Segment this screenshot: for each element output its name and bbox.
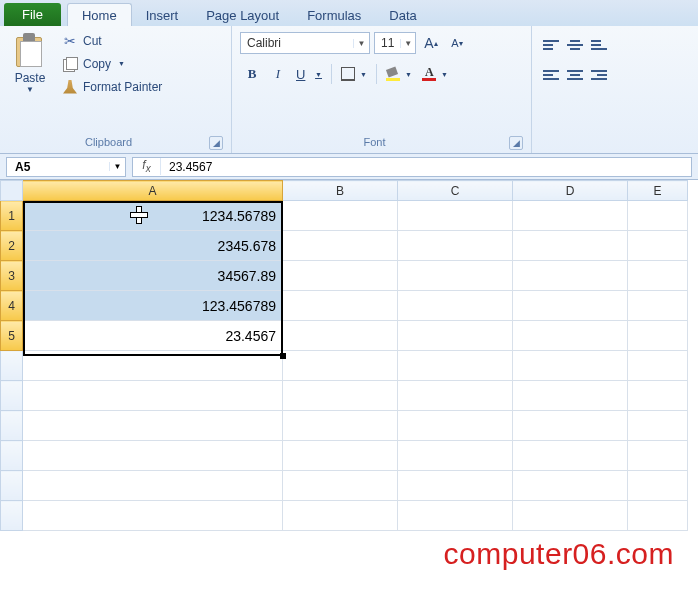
cell[interactable] bbox=[23, 411, 283, 441]
tab-home[interactable]: Home bbox=[67, 3, 132, 26]
cell-a1[interactable]: 1234.56789 bbox=[23, 201, 283, 231]
row-header-2[interactable]: 2 bbox=[1, 231, 23, 261]
row-header-6[interactable] bbox=[1, 351, 23, 381]
fill-color-button[interactable]: ▼ bbox=[382, 62, 416, 86]
font-color-button[interactable]: A▼ bbox=[418, 62, 452, 86]
font-launcher-icon[interactable]: ◢ bbox=[509, 136, 523, 150]
border-button[interactable]: ▼ bbox=[337, 62, 371, 86]
cell[interactable] bbox=[23, 501, 283, 531]
cell[interactable] bbox=[513, 501, 628, 531]
cell[interactable] bbox=[283, 351, 398, 381]
formula-input[interactable]: fx 23.4567 bbox=[132, 157, 692, 177]
cell-c1[interactable] bbox=[398, 201, 513, 231]
grow-font-button[interactable]: A▴ bbox=[420, 32, 442, 54]
name-box[interactable]: A5 ▼ bbox=[6, 157, 126, 177]
row-header-8[interactable] bbox=[1, 411, 23, 441]
row-header-9[interactable] bbox=[1, 441, 23, 471]
font-name-combo[interactable]: Calibri ▼ bbox=[240, 32, 370, 54]
cell[interactable] bbox=[628, 381, 688, 411]
column-header-b[interactable]: B bbox=[283, 181, 398, 201]
cell-b4[interactable] bbox=[283, 291, 398, 321]
cell[interactable] bbox=[628, 441, 688, 471]
column-header-c[interactable]: C bbox=[398, 181, 513, 201]
cell[interactable] bbox=[513, 351, 628, 381]
cell[interactable] bbox=[398, 351, 513, 381]
tab-formulas[interactable]: Formulas bbox=[293, 4, 375, 26]
cell-c4[interactable] bbox=[398, 291, 513, 321]
underline-button[interactable]: U▼ bbox=[292, 62, 326, 86]
bold-button[interactable]: B bbox=[240, 62, 264, 86]
select-all-corner[interactable] bbox=[1, 181, 23, 201]
cell-a2[interactable]: 2345.678 bbox=[23, 231, 283, 261]
cell[interactable] bbox=[628, 351, 688, 381]
cell[interactable] bbox=[283, 471, 398, 501]
worksheet-grid[interactable]: A B C D E 1 1234.56789 2 2345.678 3 3456… bbox=[0, 180, 698, 531]
cell[interactable] bbox=[23, 471, 283, 501]
clipboard-launcher-icon[interactable]: ◢ bbox=[209, 136, 223, 150]
cell-c3[interactable] bbox=[398, 261, 513, 291]
cell[interactable] bbox=[398, 501, 513, 531]
cell[interactable] bbox=[283, 501, 398, 531]
cell[interactable] bbox=[513, 381, 628, 411]
cell[interactable] bbox=[628, 471, 688, 501]
cell-d5[interactable] bbox=[513, 321, 628, 351]
align-top-button[interactable] bbox=[540, 34, 562, 56]
cell[interactable] bbox=[283, 441, 398, 471]
column-header-d[interactable]: D bbox=[513, 181, 628, 201]
cell[interactable] bbox=[23, 441, 283, 471]
row-header-10[interactable] bbox=[1, 471, 23, 501]
cell[interactable] bbox=[23, 381, 283, 411]
column-header-a[interactable]: A bbox=[23, 181, 283, 201]
row-header-5[interactable]: 5 bbox=[1, 321, 23, 351]
align-middle-button[interactable] bbox=[564, 34, 586, 56]
shrink-font-button[interactable]: A▾ bbox=[446, 32, 468, 54]
copy-button[interactable]: Copy ▼ bbox=[58, 54, 166, 74]
cell[interactable] bbox=[283, 411, 398, 441]
paste-dropdown-icon[interactable]: ▼ bbox=[26, 85, 34, 94]
italic-button[interactable]: I bbox=[266, 62, 290, 86]
paste-button[interactable]: Paste ▼ bbox=[8, 30, 52, 97]
cell[interactable] bbox=[398, 381, 513, 411]
column-header-e[interactable]: E bbox=[628, 181, 688, 201]
cell[interactable] bbox=[398, 471, 513, 501]
cell-b3[interactable] bbox=[283, 261, 398, 291]
cell-c2[interactable] bbox=[398, 231, 513, 261]
cell-d1[interactable] bbox=[513, 201, 628, 231]
align-center-button[interactable] bbox=[564, 64, 586, 86]
cell[interactable] bbox=[513, 411, 628, 441]
cell-a3[interactable]: 34567.89 bbox=[23, 261, 283, 291]
cell-d3[interactable] bbox=[513, 261, 628, 291]
cell[interactable] bbox=[513, 441, 628, 471]
cell-e1[interactable] bbox=[628, 201, 688, 231]
tab-data[interactable]: Data bbox=[375, 4, 430, 26]
cell-e5[interactable] bbox=[628, 321, 688, 351]
tab-insert[interactable]: Insert bbox=[132, 4, 193, 26]
fill-handle[interactable] bbox=[280, 353, 286, 359]
row-header-3[interactable]: 3 bbox=[1, 261, 23, 291]
row-header-4[interactable]: 4 bbox=[1, 291, 23, 321]
align-bottom-button[interactable] bbox=[588, 34, 610, 56]
cell-d4[interactable] bbox=[513, 291, 628, 321]
cell-a4[interactable]: 123.456789 bbox=[23, 291, 283, 321]
cell-d2[interactable] bbox=[513, 231, 628, 261]
cell[interactable] bbox=[513, 471, 628, 501]
row-header-11[interactable] bbox=[1, 501, 23, 531]
cell[interactable] bbox=[398, 441, 513, 471]
cell[interactable] bbox=[628, 411, 688, 441]
cell-e2[interactable] bbox=[628, 231, 688, 261]
cell[interactable] bbox=[628, 501, 688, 531]
cell[interactable] bbox=[283, 381, 398, 411]
cell[interactable] bbox=[23, 351, 283, 381]
cell-a5[interactable]: 23.4567 bbox=[23, 321, 283, 351]
tab-file[interactable]: File bbox=[4, 3, 61, 26]
cell[interactable] bbox=[398, 411, 513, 441]
align-left-button[interactable] bbox=[540, 64, 562, 86]
format-painter-button[interactable]: Format Painter bbox=[58, 77, 166, 97]
row-header-1[interactable]: 1 bbox=[1, 201, 23, 231]
row-header-7[interactable] bbox=[1, 381, 23, 411]
cut-button[interactable]: ✂ Cut bbox=[58, 31, 166, 51]
cell-c5[interactable] bbox=[398, 321, 513, 351]
cell-b2[interactable] bbox=[283, 231, 398, 261]
cell-b5[interactable] bbox=[283, 321, 398, 351]
cell-b1[interactable] bbox=[283, 201, 398, 231]
